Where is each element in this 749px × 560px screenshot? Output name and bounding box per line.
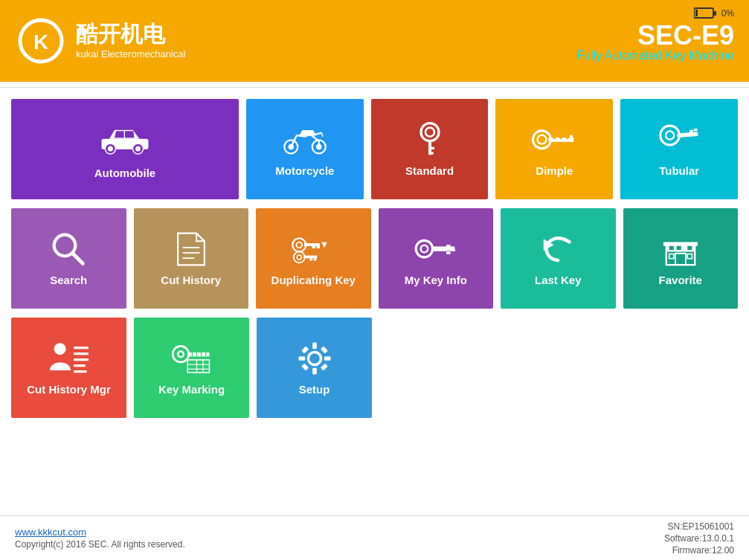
svg-rect-94 <box>320 347 327 354</box>
svg-rect-42 <box>304 243 320 246</box>
svg-rect-95 <box>301 363 309 370</box>
svg-rect-28 <box>570 138 573 141</box>
svg-point-88 <box>308 352 321 364</box>
svg-rect-92 <box>324 356 330 361</box>
svg-rect-57 <box>446 245 451 248</box>
tile-standard-label: Standard <box>405 164 454 177</box>
tile-row-3: Cut History Mgr Key Marking <box>11 318 738 418</box>
svg-point-40 <box>293 238 306 251</box>
svg-rect-67 <box>669 246 673 250</box>
dimple-key-icon <box>532 121 576 158</box>
svg-point-46 <box>294 251 305 263</box>
svg-point-22 <box>533 131 551 149</box>
svg-rect-33 <box>689 129 693 132</box>
tile-automobile[interactable]: Automobile <box>11 99 239 199</box>
tile-search[interactable]: Search <box>11 208 126 309</box>
footer-sn: SN:EP15061001 <box>664 521 734 532</box>
svg-rect-48 <box>304 256 318 259</box>
svg-point-17 <box>421 123 439 141</box>
tile-standard[interactable]: Standard <box>371 99 489 199</box>
footer-software: Software:13.0.0.1 <box>664 533 734 544</box>
header-divider <box>0 82 749 88</box>
tile-dimple-label: Dimple <box>536 164 573 177</box>
svg-point-25 <box>553 135 556 139</box>
svg-rect-5 <box>695 10 698 16</box>
svg-rect-73 <box>74 358 89 361</box>
machine-subtitle: Fully Automated Key Machine <box>576 49 734 62</box>
tubular-key-icon <box>657 121 701 158</box>
tile-setup-label: Setup <box>299 383 330 396</box>
tile-key-marking[interactable]: Key Marking <box>134 318 249 418</box>
main-content: Automobile Motorcycle <box>0 88 749 515</box>
tile-cut-history-mgr-label: Cut History Mgr <box>27 383 111 396</box>
battery-area: 0% <box>576 7 734 19</box>
svg-text:K: K <box>33 30 48 54</box>
svg-point-77 <box>178 351 184 357</box>
tile-last-key[interactable]: Last Key <box>501 208 616 309</box>
machine-name: SEC-E9 <box>576 22 734 49</box>
my-key-info-icon <box>414 231 458 268</box>
last-key-icon <box>536 231 580 268</box>
tile-my-key-info-label: My Key Info <box>405 274 467 286</box>
cut-history-mgr-icon <box>47 340 91 377</box>
tile-favorite[interactable]: Favorite <box>623 208 739 309</box>
tile-cut-history-label: Cut History <box>161 274 221 286</box>
logo-icon: K <box>15 15 67 67</box>
motorcycle-icon <box>283 121 327 158</box>
footer-website-link[interactable]: www.kkkcut.com <box>15 527 185 538</box>
svg-rect-64 <box>663 242 698 245</box>
svg-point-27 <box>566 135 570 139</box>
tile-search-label: Search <box>50 274 87 286</box>
svg-rect-75 <box>74 370 87 373</box>
svg-point-23 <box>538 135 547 144</box>
cut-history-icon <box>169 231 213 268</box>
svg-point-26 <box>559 135 563 139</box>
tile-dimple[interactable]: Dimple <box>495 99 613 199</box>
svg-rect-44 <box>317 246 321 248</box>
svg-rect-59 <box>446 251 451 254</box>
svg-rect-68 <box>676 246 681 250</box>
svg-rect-83 <box>187 360 209 373</box>
svg-rect-29 <box>570 135 573 138</box>
footer-left: www.kkkcut.com Copyright(c) 2016 SEC. Al… <box>15 527 185 550</box>
svg-line-36 <box>73 254 83 264</box>
svg-marker-45 <box>322 242 328 248</box>
svg-rect-90 <box>312 368 317 375</box>
header: K 酷开机电 kukai Electeromechanical 0% SEC-E… <box>0 0 749 82</box>
svg-rect-72 <box>74 353 89 355</box>
svg-rect-21 <box>428 152 434 154</box>
tile-my-key-info[interactable]: My Key Info <box>379 208 494 309</box>
tile-motorcycle[interactable]: Motorcycle <box>246 99 364 199</box>
svg-rect-63 <box>675 254 686 265</box>
tile-tubular[interactable]: Tubular <box>620 99 738 199</box>
svg-rect-74 <box>74 364 86 367</box>
tile-setup[interactable]: Setup <box>257 318 372 418</box>
logo-area: K 酷开机电 kukai Electeromechanical <box>15 15 185 67</box>
svg-rect-58 <box>450 246 454 249</box>
footer-right: SN:EP15061001 Software:13.0.0.1 Firmware… <box>664 521 734 556</box>
svg-point-8 <box>108 146 113 151</box>
tile-favorite-label: Favorite <box>659 274 702 286</box>
logo-chinese: 酷开机电 <box>76 23 185 45</box>
footer-copyright: Copyright(c) 2016 SEC. All rights reserv… <box>15 539 185 550</box>
footer-firmware: Firmware:12.00 <box>664 545 734 556</box>
logo-english: kukai Electeromechanical <box>76 48 185 59</box>
tile-duplicating-key[interactable]: Duplicating Key <box>256 208 371 309</box>
duplicating-key-icon <box>291 231 335 268</box>
svg-rect-66 <box>687 254 692 259</box>
svg-point-30 <box>660 126 680 145</box>
footer: www.kkkcut.com Copyright(c) 2016 SEC. Al… <box>0 515 749 560</box>
battery-percent: 0% <box>721 8 734 19</box>
tile-tubular-label: Tubular <box>659 164 699 177</box>
tile-cut-history[interactable]: Cut History <box>134 208 249 309</box>
tile-row-1: Automobile Motorcycle <box>11 99 738 199</box>
tile-key-marking-label: Key Marking <box>158 383 225 396</box>
search-icon <box>46 231 91 268</box>
tile-cut-history-mgr[interactable]: Cut History Mgr <box>11 318 126 418</box>
svg-point-52 <box>420 245 428 253</box>
tile-duplicating-key-label: Duplicating Key <box>271 274 356 286</box>
logo-text: 酷开机电 kukai Electeromechanical <box>76 23 185 59</box>
svg-point-76 <box>173 346 189 362</box>
automobile-icon <box>99 120 151 161</box>
battery-icon <box>694 7 718 19</box>
